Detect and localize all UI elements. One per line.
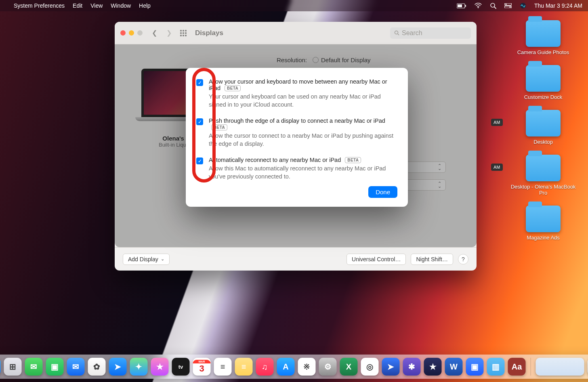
dock-app-music[interactable]: ♫ bbox=[256, 358, 274, 376]
menu-window[interactable]: Window bbox=[111, 2, 131, 9]
wifi-icon[interactable] bbox=[475, 3, 482, 8]
dock-app-notes[interactable]: ≡ bbox=[235, 358, 253, 376]
option-title: Automatically reconnect to any nearby Ma… bbox=[209, 157, 341, 163]
dock-app-finder[interactable]: ☺ bbox=[0, 358, 1, 376]
dock-app-launchpad[interactable]: ⊞ bbox=[4, 358, 22, 376]
dock-app-slack[interactable]: ※ bbox=[298, 358, 316, 376]
dock-app-safari[interactable]: ➤ bbox=[109, 358, 127, 376]
svg-point-11 bbox=[395, 31, 398, 34]
svg-rect-2 bbox=[465, 5, 466, 7]
dock-app-messages[interactable]: ✉ bbox=[25, 358, 43, 376]
menu-bar: System Preferences Edit View Window Help… bbox=[0, 0, 588, 11]
dock: ☺⊞✉▣✉✿➤✦★tvMAR3≡≡♫A※⚙X◎➤✱★W▣▥Aa🗑 bbox=[0, 355, 588, 379]
svg-rect-1 bbox=[458, 4, 462, 7]
menu-clock[interactable]: Thu Mar 3 9:24 AM bbox=[534, 2, 582, 9]
battery-icon[interactable] bbox=[457, 3, 466, 8]
svg-point-9 bbox=[509, 6, 510, 8]
dock-app-reminders[interactable]: ≡ bbox=[214, 358, 232, 376]
dock-app-mail[interactable]: ✉ bbox=[67, 358, 85, 376]
menu-edit[interactable]: Edit bbox=[73, 2, 82, 9]
option-description: Allow the cursor to connect to a nearby … bbox=[209, 132, 397, 148]
zoom-button[interactable] bbox=[137, 30, 143, 36]
minimize-button[interactable] bbox=[129, 30, 134, 36]
show-all-button[interactable] bbox=[178, 28, 189, 38]
dock-app-settings[interactable]: ⚙ bbox=[319, 358, 337, 376]
dock-recent-cluster[interactable] bbox=[536, 358, 584, 376]
traffic-lights bbox=[120, 30, 143, 36]
dock-app-word[interactable]: W bbox=[445, 358, 463, 376]
resolution-label: Resolution: bbox=[246, 57, 307, 63]
dock-app-dictionary[interactable]: Aa bbox=[508, 358, 526, 376]
dock-app-teams[interactable]: ✱ bbox=[403, 358, 421, 376]
universal-control-sheet: ✓ Allow your cursor and keyboard to move… bbox=[186, 68, 408, 207]
add-display-button[interactable]: Add Display⌄ bbox=[123, 254, 170, 265]
menu-view[interactable]: View bbox=[90, 2, 103, 9]
dock-app-facetime[interactable]: ▣ bbox=[46, 358, 64, 376]
forward-button[interactable]: ❯ bbox=[164, 28, 174, 38]
menu-help[interactable]: Help bbox=[139, 2, 151, 9]
dock-app-excel[interactable]: X bbox=[340, 358, 358, 376]
search-field[interactable]: Search bbox=[390, 27, 471, 39]
done-button[interactable]: Done bbox=[368, 186, 397, 198]
svg-point-3 bbox=[478, 7, 479, 8]
search-icon bbox=[394, 30, 399, 36]
window-title: Displays bbox=[195, 29, 223, 37]
resolution-default-radio[interactable] bbox=[313, 57, 319, 63]
desktop-icons: Camera Guide Photos Customize Dock AMDes… bbox=[505, 20, 582, 250]
spotlight-icon[interactable] bbox=[490, 2, 496, 9]
back-button[interactable]: ❮ bbox=[149, 28, 160, 38]
menu-app-name[interactable]: System Preferences bbox=[14, 2, 65, 9]
dock-app-shortcuts[interactable]: ➤ bbox=[382, 358, 400, 376]
svg-point-7 bbox=[505, 4, 506, 5]
beta-badge: BETA bbox=[345, 157, 361, 163]
beta-badge: BETA bbox=[211, 124, 227, 130]
beta-badge: BETA bbox=[225, 85, 241, 91]
checkbox-push-through[interactable]: ✓ bbox=[196, 118, 203, 125]
dock-app-folder[interactable]: ▥ bbox=[487, 358, 505, 376]
help-button[interactable]: ? bbox=[458, 254, 468, 264]
dock-app-tv[interactable]: tv bbox=[172, 358, 190, 376]
dock-app-maps[interactable]: ✦ bbox=[130, 358, 148, 376]
close-button[interactable] bbox=[120, 30, 126, 36]
dock-app-appstore[interactable]: A bbox=[277, 358, 295, 376]
universal-control-button[interactable]: Universal Control… bbox=[346, 254, 406, 265]
dock-app-photo2[interactable]: ★ bbox=[151, 358, 169, 376]
option-description: Allow this Mac to automatically reconnec… bbox=[209, 165, 397, 181]
dock-app-chrome[interactable]: ◎ bbox=[361, 358, 379, 376]
option-title: Push through the edge of a display to co… bbox=[209, 118, 385, 124]
checkbox-allow-cursor[interactable]: ✓ bbox=[196, 79, 203, 86]
dock-app-zoom[interactable]: ▣ bbox=[466, 358, 484, 376]
desktop-folder[interactable]: Customize Dock bbox=[505, 65, 582, 100]
window-toolbar: ❮ ❯ Displays Search bbox=[115, 22, 477, 44]
dock-app-photos[interactable]: ✿ bbox=[88, 358, 106, 376]
dock-app-1password[interactable]: ★ bbox=[424, 358, 442, 376]
night-shift-button[interactable]: Night Shift… bbox=[411, 254, 453, 265]
control-center-icon[interactable] bbox=[504, 3, 512, 8]
dock-app-calendar[interactable]: MAR3 bbox=[193, 358, 211, 376]
siri-icon[interactable] bbox=[520, 2, 526, 9]
desktop-folder[interactable]: AMDesktop - Olena's MacBook Pro bbox=[505, 155, 582, 196]
desktop-folder[interactable]: AMDesktop bbox=[505, 110, 582, 145]
svg-line-12 bbox=[398, 34, 399, 35]
option-description: Your cursor and keyboard can be used on … bbox=[209, 93, 397, 109]
checkbox-auto-reconnect[interactable]: ✓ bbox=[196, 157, 203, 164]
search-placeholder: Search bbox=[402, 29, 422, 37]
desktop-folder[interactable]: Camera Guide Photos bbox=[505, 20, 582, 55]
window-footer: Add Display⌄ Universal Control… Night Sh… bbox=[115, 247, 477, 271]
dock-separator bbox=[531, 358, 531, 376]
desktop-folder[interactable]: Magazine Ads bbox=[505, 206, 582, 241]
svg-line-5 bbox=[494, 7, 496, 8]
